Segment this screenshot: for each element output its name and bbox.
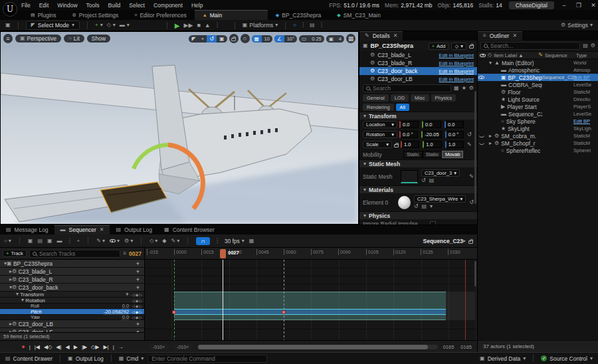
type-column[interactable]: Type bbox=[576, 52, 596, 58]
keyframe-marker[interactable] bbox=[172, 310, 176, 314]
playhead-line[interactable] bbox=[223, 260, 223, 340]
component-row[interactable]: ⚙C23_blade_REdit in Blueprint bbox=[359, 59, 477, 67]
add-actor-to-sequencer-icon[interactable]: + bbox=[77, 238, 80, 244]
prev-key-icon[interactable]: ◁ bbox=[132, 315, 135, 319]
console-command-field[interactable] bbox=[148, 355, 267, 363]
tab-details[interactable]: ✎Details✕ bbox=[359, 31, 403, 41]
blueprints-dropdown[interactable]: ◇▾ bbox=[107, 23, 116, 28]
rotation-snap-toggle[interactable]: ∠ bbox=[274, 35, 284, 43]
autokey-kebab[interactable]: ⋮ bbox=[215, 238, 220, 244]
add-section-button[interactable]: + bbox=[136, 260, 140, 267]
mobility-stationary[interactable]: Statio bbox=[423, 151, 442, 158]
pin-column-icon[interactable]: ◇ bbox=[488, 52, 492, 58]
prev-key-icon[interactable]: ◁ bbox=[132, 292, 135, 297]
folder-icon[interactable]: ▤ bbox=[583, 43, 588, 48]
tab-output-log[interactable]: ▤Output Log bbox=[110, 225, 158, 234]
pen-column-icon[interactable]: ✎ bbox=[538, 52, 543, 58]
scale-snap-value[interactable]: 0.25 bbox=[309, 35, 324, 43]
rotation-dropdown[interactable]: Rotation▾ bbox=[363, 131, 397, 138]
rotation-y-field[interactable]: -20.05 bbox=[421, 131, 441, 138]
close-icon[interactable]: ✕ bbox=[393, 33, 398, 39]
keyframe-scale-icon[interactable]: ✎ bbox=[467, 142, 474, 147]
content-drawer-button[interactable]: ▤Content Drawer bbox=[5, 355, 52, 362]
view-range-end-spinner[interactable]: -010+ bbox=[173, 344, 193, 350]
source-control-button[interactable]: ✓Source Control▾ bbox=[541, 355, 593, 362]
prev-key-icon[interactable]: ◁ bbox=[132, 310, 135, 314]
edit-in-blueprint-link[interactable]: Edit in Blueprint bbox=[439, 68, 474, 74]
rotation-x-field[interactable]: 0.0 ° bbox=[399, 131, 418, 138]
rotation-snap-value[interactable]: 10° bbox=[284, 35, 297, 43]
edit-bp-link[interactable]: Edit BP bbox=[573, 74, 598, 80]
favorites-icon[interactable]: ★ bbox=[462, 86, 466, 91]
track-search-input[interactable] bbox=[39, 250, 118, 257]
filter-all[interactable]: All bbox=[396, 104, 409, 111]
tab-plugins[interactable]: ▤Plugins bbox=[23, 10, 64, 20]
outliner-search[interactable] bbox=[480, 42, 580, 50]
revert-material-icon[interactable]: ↺ bbox=[469, 200, 474, 205]
derived-data-button[interactable]: ▣Derived Data▾ bbox=[480, 355, 526, 362]
timeline-ruler[interactable]: -015 0000 0015 0030 0045 0060 0075 0090 … bbox=[145, 248, 477, 260]
menu-edit[interactable]: Edit bbox=[39, 2, 49, 9]
menu-tools[interactable]: Tools bbox=[86, 2, 100, 9]
outliner-row[interactable]: ▸⚙SM_cobra_m.StaticM bbox=[478, 132, 598, 139]
minimize-button[interactable]: – bbox=[559, 2, 569, 9]
select-tool[interactable]: ◤ bbox=[189, 35, 198, 43]
end-frame-value[interactable]: 0165 bbox=[443, 344, 454, 350]
toolbar-kebab[interactable]: ⋮ bbox=[300, 23, 306, 28]
browse-to-asset-icon[interactable]: ▤ bbox=[429, 178, 435, 183]
tab-sm-c23-main[interactable]: ◆SM_C23_Main bbox=[329, 10, 389, 20]
outliner-row[interactable]: ○Sky SphereEdit BP bbox=[478, 118, 598, 125]
bracket-in-button[interactable]: | bbox=[29, 344, 31, 350]
fps-dropdown[interactable]: 30 fps▾ bbox=[225, 238, 245, 244]
rotate-tool[interactable]: ↺ bbox=[207, 35, 217, 43]
keyframe-marker[interactable] bbox=[282, 310, 286, 314]
expander-icon[interactable]: ▾ bbox=[21, 298, 24, 303]
outliner-row[interactable]: ★SkyLightSkyLigh bbox=[478, 125, 598, 132]
close-icon[interactable]: ✕ bbox=[100, 227, 104, 232]
perspective-dropdown[interactable]: ▣Perspective bbox=[15, 35, 61, 43]
outliner-row[interactable]: ⚙FloorStaticM bbox=[478, 88, 598, 96]
next-key-icon[interactable]: ▷ bbox=[139, 315, 142, 319]
static-mesh-section-header[interactable]: ▾Static Mesh bbox=[359, 159, 477, 167]
settings-dropdown[interactable]: ⚙Settings▾ bbox=[561, 22, 593, 29]
edit-in-blueprint-link[interactable]: Edit in Blueprint bbox=[439, 52, 474, 58]
paint-icon[interactable]: ✎ bbox=[469, 174, 474, 179]
keyframe-options-dropdown[interactable]: ◇▾ bbox=[150, 238, 157, 244]
render-movie-icon[interactable]: ▣ bbox=[47, 238, 52, 244]
grid-snap-value[interactable]: 10 bbox=[262, 35, 272, 43]
lit-dropdown[interactable]: ○Lit bbox=[64, 35, 84, 43]
filter-general[interactable]: General bbox=[363, 94, 389, 102]
menu-help[interactable]: Help bbox=[191, 2, 203, 9]
camera-speed-icon[interactable]: ▣ bbox=[326, 35, 336, 43]
expander-icon[interactable]: ▾ bbox=[485, 60, 494, 66]
mobility-static[interactable]: Static bbox=[403, 151, 423, 158]
add-key-icon[interactable]: ◆ bbox=[136, 310, 139, 314]
sequencer-kebab[interactable]: ⋮ bbox=[67, 238, 72, 244]
add-component-button[interactable]: +Add bbox=[429, 43, 449, 50]
copy-button[interactable]: ▤ bbox=[310, 23, 315, 28]
viewport-menu-button[interactable]: ≡ bbox=[3, 34, 13, 43]
loop-button[interactable]: → bbox=[118, 344, 124, 350]
expander-icon[interactable]: ▸ bbox=[485, 141, 494, 146]
move-tool[interactable]: + bbox=[199, 35, 207, 43]
curve-editor-icon[interactable]: ▦ bbox=[249, 238, 254, 244]
tab-project-settings[interactable]: ⚙Project Settings bbox=[64, 10, 127, 20]
use-selected-icon[interactable]: ↺ bbox=[421, 178, 426, 183]
tab-bp-c23shepra[interactable]: ◆BP_C23Shepra bbox=[268, 10, 329, 20]
jump-to-start-button[interactable]: |◀ bbox=[35, 344, 40, 350]
save-sequence-icon[interactable]: ▣ bbox=[28, 238, 33, 244]
tab-content-browser[interactable]: ▦Content Browser bbox=[158, 225, 221, 234]
expander-icon[interactable]: ▾ bbox=[16, 292, 19, 297]
channel-value[interactable]: 0.0 bbox=[122, 314, 129, 320]
outliner-row[interactable]: ▬COBRA_SequLevelSe bbox=[478, 81, 598, 88]
lock-icon[interactable] bbox=[468, 240, 473, 244]
tab-outliner[interactable]: ≡Outliner✕ bbox=[478, 31, 522, 41]
scale-snap-toggle[interactable]: ▭ bbox=[299, 35, 309, 43]
menu-build[interactable]: Build bbox=[108, 2, 120, 9]
auto-keyframe-icon[interactable]: ◆ bbox=[162, 238, 166, 244]
reset-rotation-icon[interactable]: ↺ bbox=[467, 132, 474, 137]
filter-physics[interactable]: Physics bbox=[431, 94, 456, 102]
save-button[interactable]: ▣ bbox=[5, 23, 11, 28]
toolbar-kebab-2[interactable]: ⋮ bbox=[319, 23, 324, 28]
add-actor-dropdown[interactable]: +▾ bbox=[95, 23, 103, 28]
